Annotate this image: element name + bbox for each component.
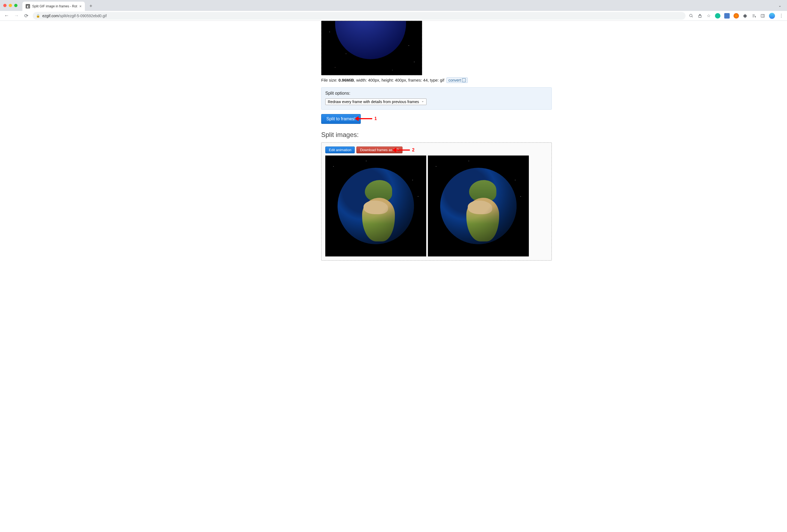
select-value: Redraw every frame with details from pre… [328,100,419,104]
browser-address-bar: ← → ⟳ 🔒 ezgif.com/split/ezgif-5-090592eb… [0,11,787,21]
annotation-number-1: 1 [375,116,377,121]
url-input[interactable]: 🔒 ezgif.com/split/ezgif-5-090592ebd0.gif [33,12,685,20]
convert-button[interactable]: convert ↓ [446,78,468,83]
tab-favicon: ◧ [26,4,30,8]
kebab-menu-icon[interactable]: ⋮ [779,13,784,18]
page-content: File size: 0.96MiB, width: 400px, height… [0,21,787,266]
file-dimensions: , width: 400px, height: 400px, frames: 4… [354,78,444,82]
split-options-select[interactable]: Redraw every frame with details from pre… [325,99,427,105]
file-size-label: File size: [321,78,338,82]
svg-rect-7 [761,14,764,17]
window-controls [3,4,18,7]
url-text: ezgif.com/split/ezgif-5-090592ebd0.gif [42,14,107,18]
minimize-window-button[interactable] [9,4,12,7]
file-size-value: 0.96MiB [338,78,354,82]
convert-label: convert [448,78,461,82]
svg-marker-6 [755,16,756,17]
edit-animation-label: Edit animation [329,148,351,152]
search-icon[interactable] [689,13,694,18]
frame-thumbnail[interactable] [325,155,426,256]
file-info: File size: 0.96MiB, width: 400px, height… [321,78,552,83]
split-options-panel: Split options: Redraw every frame with d… [321,87,552,110]
lock-icon: 🔒 [36,14,40,18]
frame-grid [325,155,548,256]
download-icon: ↓ [462,78,466,82]
frame-thumbnail[interactable] [428,155,529,256]
profile-avatar[interactable] [769,13,775,19]
edit-animation-button[interactable]: Edit animation [325,147,355,153]
split-options-heading: Split options: [325,91,548,96]
extensions-puzzle-icon[interactable] [743,13,748,18]
browser-tab[interactable]: ◧ Split GIF image in frames - Rot × [22,2,85,11]
split-button-label: Split to frames! [326,116,356,121]
split-images-heading: Split images: [321,131,552,139]
close-window-button[interactable] [3,4,6,7]
browser-tab-strip: ◧ Split GIF image in frames - Rot × + ⌄ [0,0,787,11]
svg-line-1 [692,16,693,17]
close-tab-icon[interactable]: × [79,4,82,8]
annotation-arrow-1: 1 [358,116,377,121]
new-tab-button[interactable]: + [87,2,95,10]
browser-toolbar-icons: ☆ ⋮ [689,13,784,19]
frames-panel: Edit animation Download frames as ZIP 2 [321,143,552,260]
extension-orange-icon[interactable] [733,13,739,19]
extension-blue-icon[interactable] [724,13,730,19]
gif-preview [321,21,422,75]
annotation-arrow-2: 2 [396,148,414,152]
reload-button[interactable]: ⟳ [23,13,29,19]
annotation-number-2: 2 [412,148,414,152]
forward-button[interactable]: → [13,13,20,19]
extension-grammarly-icon[interactable] [715,13,720,19]
tab-title: Split GIF image in frames - Rot [32,4,77,8]
reading-list-icon[interactable] [751,13,757,18]
svg-point-0 [689,14,692,17]
back-button[interactable]: ← [3,13,10,19]
sidepanel-icon[interactable] [760,13,765,18]
maximize-window-button[interactable] [14,4,18,7]
share-icon[interactable] [698,13,702,18]
bookmark-star-icon[interactable]: ☆ [706,13,711,18]
tab-list-chevron-icon[interactable]: ⌄ [776,2,784,9]
